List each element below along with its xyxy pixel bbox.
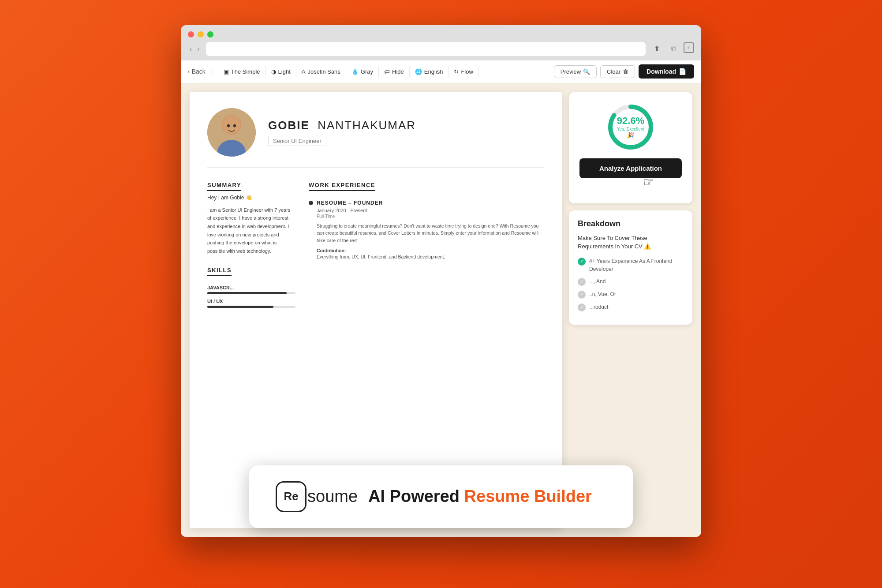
resume-left-column: SUMMARY Hey I am Gobie 👋 I am a Senior U… [207, 181, 295, 312]
skill-name-2: UI / UX [207, 299, 295, 304]
breakdown-item-2: ✓ ..., And [578, 277, 684, 286]
theme-label: Light [278, 68, 291, 75]
browser-actions: ⬆ ⧉ + [650, 42, 694, 56]
work-contribution-label-1: Contribution: [317, 248, 544, 253]
color-selector[interactable]: 💧 Gray [346, 66, 379, 78]
overlay-tagline: AI Powered Resume Builder [368, 487, 592, 506]
language-selector[interactable]: 🌐 English [410, 66, 449, 78]
language-icon: 🌐 [415, 68, 422, 75]
resume-header: GOBIE NANTHAKUMAR Senior UI Engineer [207, 108, 544, 168]
flow-label: Flow [461, 68, 473, 75]
font-selector[interactable]: A Josefin Sans [296, 66, 346, 78]
cursor-icon: ☞ [643, 175, 654, 189]
nav-bar: ‹ › ⬆ ⧉ + [188, 42, 694, 56]
preview-search-icon: 🔍 [583, 68, 590, 75]
breakdown-item-3: ✓ ..n, Vue, Or [578, 290, 684, 299]
analyze-label: Analyze Application [599, 165, 662, 172]
check-icon-1: ✓ [578, 258, 586, 266]
theme-selector[interactable]: ◑ Light [266, 66, 296, 78]
font-icon: A [302, 68, 306, 75]
color-label: Gray [361, 68, 373, 75]
breakdown-item-text-4: ...roduct [589, 303, 608, 311]
work-description-1: Struggling to create meaningful resumes?… [317, 222, 544, 244]
resume-body: SUMMARY Hey I am Gobie 👋 I am a Senior U… [207, 181, 544, 312]
download-icon: 📄 [679, 68, 686, 75]
back-arrow-icon[interactable]: ‹ [188, 44, 194, 54]
language-label: English [424, 68, 443, 75]
download-button[interactable]: Download 📄 [639, 64, 694, 79]
preview-label: Preview [561, 68, 581, 75]
template-label: The Simple [231, 68, 260, 75]
summary-section-title: SUMMARY [207, 182, 241, 191]
logo-icon-box: Re [276, 481, 306, 512]
tagline-black-text: AI Powered [368, 487, 464, 506]
summary-text: I am a Senior UI Engineer with 7 years o… [207, 206, 295, 255]
template-selector[interactable]: ▣ The Simple [218, 66, 266, 78]
back-label: Back [192, 68, 206, 75]
skill-fill-1 [207, 292, 287, 294]
breakdown-item-text-2: ..., And [589, 277, 605, 285]
score-emoji: 🎉 [617, 131, 644, 139]
resume-name-section: GOBIE NANTHAKUMAR Senior UI Engineer [268, 119, 544, 146]
share-icon[interactable]: ⬆ [650, 42, 663, 56]
back-button[interactable]: ‹ Back [188, 68, 213, 75]
minimize-button[interactable] [198, 31, 204, 37]
svg-point-3 [223, 116, 240, 134]
preview-button[interactable]: Preview 🔍 [554, 65, 597, 78]
score-inner: 92.6% Yes, Excellent 🎉 [617, 115, 644, 139]
resume-preview: GOBIE NANTHAKUMAR Senior UI Engineer SUM… [190, 92, 562, 528]
theme-icon: ◑ [271, 68, 276, 75]
work-company-name-1: RESOUME – FOUNDER [317, 200, 383, 206]
check-icon-3: ✓ [578, 291, 586, 299]
clear-label: Clear [607, 68, 620, 75]
overlay-logo: Re soume [276, 481, 358, 512]
resume-full-name: GOBIE NANTHAKUMAR [268, 119, 544, 132]
resume-job-title: Senior UI Engineer [268, 136, 326, 146]
work-contribution-text-1: Everything from, UX, UI, Frontend, and B… [317, 253, 544, 261]
clear-trash-icon: 🗑 [623, 68, 628, 75]
svg-point-4 [227, 124, 230, 127]
nav-arrows: ‹ › [188, 44, 202, 54]
breakdown-item-text-3: ..n, Vue, Or [589, 290, 616, 298]
hide-selector[interactable]: 🏷 Hide [379, 66, 410, 78]
breakdown-title: Breakdown [578, 219, 684, 228]
address-bar[interactable] [206, 42, 646, 56]
clear-button[interactable]: Clear 🗑 [600, 65, 635, 78]
work-dot-icon [309, 201, 313, 205]
tagline-orange-text: Resume Builder [464, 487, 592, 506]
logo-re-text: Re [284, 490, 298, 503]
skill-fill-2 [207, 306, 273, 308]
check-icon-4: ✓ [578, 303, 586, 311]
maximize-button[interactable] [207, 31, 213, 37]
logo-soume-text: soume [307, 487, 358, 506]
flow-icon: ↻ [454, 68, 459, 75]
resume-right-column: WORK EXPERIENCE RESOUME – FOUNDER Januar… [309, 181, 544, 312]
check-icon-2: ✓ [578, 278, 586, 286]
download-label: Download [647, 68, 676, 75]
color-icon: 💧 [351, 68, 359, 75]
summary-greeting: Hey I am Gobie 👋 [207, 195, 295, 201]
skills-section: SKILLS JAVASCR... UI / UX [207, 266, 295, 308]
flow-selector[interactable]: ↻ Flow [448, 66, 478, 78]
work-dates-1: January 2020 - Present [317, 208, 544, 213]
skills-list: JAVASCR... UI / UX [207, 285, 295, 308]
score-card: 92.6% Yes, Excellent 🎉 Analyze Applicati… [569, 92, 692, 203]
new-tab-button[interactable]: + [684, 42, 694, 53]
work-entry-1: RESOUME – FOUNDER January 2020 - Present… [309, 200, 544, 261]
skills-section-title: SKILLS [207, 267, 232, 276]
breakdown-item-4: ✓ ...roduct [578, 303, 684, 311]
work-section-title: WORK EXPERIENCE [309, 182, 375, 191]
svg-point-5 [233, 124, 236, 127]
score-value: 92.6% [617, 115, 644, 127]
forward-arrow-icon[interactable]: › [195, 44, 201, 54]
analyze-button[interactable]: Analyze Application [579, 158, 682, 178]
hide-icon: 🏷 [384, 68, 390, 75]
skill-name-1: JAVASCR... [207, 285, 295, 290]
duplicate-icon[interactable]: ⧉ [667, 42, 680, 56]
font-label: Josefin Sans [307, 68, 340, 75]
breakdown-section: Breakdown Make Sure To Cover These Requi… [569, 210, 692, 325]
breakdown-item-1: ✓ 4+ Years Experience As A Frontend Deve… [578, 257, 684, 273]
work-company-1: RESOUME – FOUNDER [309, 200, 544, 206]
close-button[interactable] [188, 31, 194, 37]
template-icon: ▣ [224, 68, 229, 75]
